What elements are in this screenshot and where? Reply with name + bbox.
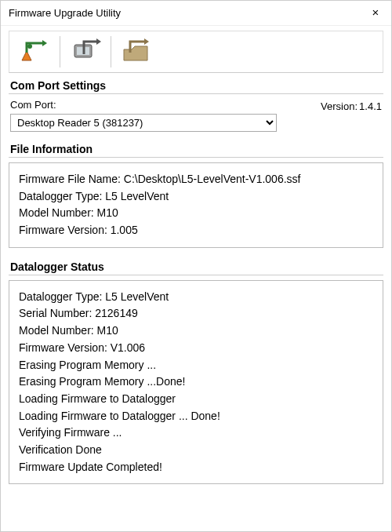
status-box: Datalogger Type: L5 LevelVent Serial Num… — [9, 280, 383, 485]
browse-folder-icon — [121, 38, 152, 65]
comport-group-title: Com Port Settings — [9, 79, 383, 93]
content-area: Com Port Settings Com Port: Desktop Read… — [1, 26, 391, 531]
file-info-line: Firmware File Name: C:\Desktop\L5-LevelV… — [19, 171, 373, 188]
toolbar-separator — [60, 36, 60, 67]
svg-marker-5 — [96, 38, 101, 45]
status-group: Datalogger Status Datalogger Type: L5 Le… — [9, 261, 383, 485]
file-info-box: Firmware File Name: C:\Desktop\L5-LevelV… — [9, 162, 383, 248]
toolbar-separator — [111, 36, 111, 67]
status-line: Model Number: M10 — [19, 322, 373, 340]
file-info-line: Datalogger Type: L5 LevelVent — [19, 188, 373, 206]
svg-marker-1 — [42, 40, 47, 46]
open-file-icon — [19, 38, 50, 65]
upload-device-icon — [70, 38, 101, 65]
svg-point-2 — [27, 44, 32, 49]
status-line: Loading Firmware to Datalogger ... Done! — [19, 408, 373, 425]
svg-marker-6 — [144, 38, 149, 45]
status-title: Datalogger Status — [9, 261, 383, 275]
divider — [9, 93, 383, 94]
toolbar — [9, 31, 383, 73]
comport-label: Com Port: — [10, 99, 313, 111]
version-value: 1.4.1 — [359, 100, 382, 112]
comport-left: Com Port: Desktop Reader 5 (381237) — [10, 99, 313, 132]
status-line: Firmware Update Completed! — [19, 459, 373, 476]
window-title: Firmware Upgrade Utility — [9, 7, 121, 19]
file-info-line: Firmware Version: 1.005 — [19, 222, 373, 239]
comport-row: Com Port: Desktop Reader 5 (381237) Vers… — [9, 99, 383, 132]
open-file-button[interactable] — [13, 35, 56, 69]
status-line: Serial Number: 2126149 — [19, 305, 373, 322]
comport-group: Com Port Settings Com Port: Desktop Read… — [9, 79, 383, 132]
divider — [9, 275, 383, 275]
file-info-line: Model Number: M10 — [19, 205, 373, 222]
file-info-title: File Information — [9, 143, 383, 157]
app-window: Firmware Upgrade Utility × — [0, 0, 392, 532]
status-line: Erasing Program Memory ...Done! — [19, 373, 373, 391]
file-info-group: File Information Firmware File Name: C:\… — [9, 143, 383, 248]
version-label: Version: — [321, 100, 358, 112]
status-line: Firmware Version: V1.006 — [19, 340, 373, 357]
close-button[interactable]: × — [368, 5, 383, 21]
comport-select[interactable]: Desktop Reader 5 (381237) — [10, 114, 277, 132]
titlebar: Firmware Upgrade Utility × — [1, 1, 391, 26]
divider — [9, 157, 383, 158]
browse-folder-button[interactable] — [114, 35, 158, 69]
status-line: Loading Firmware to Datalogger — [19, 391, 373, 408]
status-line: Datalogger Type: L5 LevelVent — [19, 289, 373, 306]
upload-device-button[interactable] — [64, 35, 107, 69]
status-line: Verification Done — [19, 442, 373, 459]
version-display: Version:1.4.1 — [321, 99, 382, 112]
status-line: Erasing Program Memory ... — [19, 357, 373, 374]
status-line: Verifying Firmware ... — [19, 425, 373, 442]
